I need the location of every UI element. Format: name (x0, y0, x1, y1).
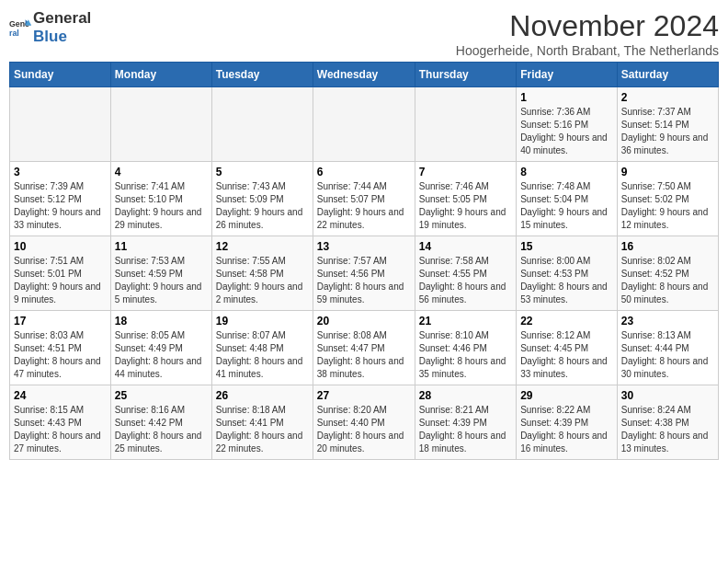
day-number: 14 (419, 240, 512, 253)
day-number: 23 (621, 315, 714, 327)
calendar-cell: 4Sunrise: 7:41 AM Sunset: 5:10 PM Daylig… (110, 162, 211, 236)
day-info: Sunrise: 7:37 AM Sunset: 5:14 PM Dayligh… (621, 106, 714, 157)
day-number: 10 (14, 240, 107, 253)
day-info: Sunrise: 7:48 AM Sunset: 5:04 PM Dayligh… (520, 180, 613, 232)
month-title: November 2024 (456, 9, 719, 43)
day-header-friday: Friday (517, 63, 618, 87)
calendar-cell: 26Sunrise: 8:18 AM Sunset: 4:41 PM Dayli… (211, 385, 313, 460)
day-info: Sunrise: 8:10 AM Sunset: 4:46 PM Dayligh… (419, 329, 512, 381)
day-header-thursday: Thursday (415, 63, 516, 87)
calendar-cell: 29Sunrise: 8:22 AM Sunset: 4:39 PM Dayli… (517, 385, 618, 460)
calendar-cell (313, 87, 415, 162)
calendar-cell: 22Sunrise: 8:12 AM Sunset: 4:45 PM Dayli… (517, 311, 618, 385)
day-info: Sunrise: 7:43 AM Sunset: 5:09 PM Dayligh… (216, 180, 309, 232)
calendar-cell: 1Sunrise: 7:36 AM Sunset: 5:16 PM Daylig… (517, 87, 618, 162)
day-number: 3 (14, 166, 107, 178)
day-number: 18 (115, 315, 208, 327)
day-info: Sunrise: 7:58 AM Sunset: 4:55 PM Dayligh… (419, 255, 512, 306)
day-info: Sunrise: 8:24 AM Sunset: 4:38 PM Dayligh… (621, 404, 714, 455)
calendar-cell: 13Sunrise: 7:57 AM Sunset: 4:56 PM Dayli… (313, 236, 415, 311)
calendar-cell: 30Sunrise: 8:24 AM Sunset: 4:38 PM Dayli… (617, 385, 718, 460)
day-info: Sunrise: 8:16 AM Sunset: 4:42 PM Dayligh… (115, 404, 208, 455)
calendar-cell: 2Sunrise: 7:37 AM Sunset: 5:14 PM Daylig… (617, 87, 718, 162)
day-info: Sunrise: 7:46 AM Sunset: 5:05 PM Dayligh… (419, 180, 512, 232)
day-number: 26 (216, 389, 309, 402)
calendar-cell: 12Sunrise: 7:55 AM Sunset: 4:58 PM Dayli… (211, 236, 313, 311)
day-number: 19 (216, 315, 309, 327)
day-number: 15 (520, 240, 613, 253)
day-info: Sunrise: 7:50 AM Sunset: 5:02 PM Dayligh… (621, 180, 714, 232)
calendar-cell: 15Sunrise: 8:00 AM Sunset: 4:53 PM Dayli… (517, 236, 618, 311)
calendar-cell: 23Sunrise: 8:13 AM Sunset: 4:44 PM Dayli… (617, 311, 718, 385)
calendar-cell: 19Sunrise: 8:07 AM Sunset: 4:48 PM Dayli… (211, 311, 313, 385)
calendar-cell: 20Sunrise: 8:08 AM Sunset: 4:47 PM Dayli… (313, 311, 415, 385)
day-info: Sunrise: 7:41 AM Sunset: 5:10 PM Dayligh… (115, 180, 208, 232)
day-info: Sunrise: 8:00 AM Sunset: 4:53 PM Dayligh… (520, 255, 613, 306)
calendar-cell: 21Sunrise: 8:10 AM Sunset: 4:46 PM Dayli… (415, 311, 516, 385)
day-info: Sunrise: 8:02 AM Sunset: 4:52 PM Dayligh… (621, 255, 714, 306)
calendar-cell (110, 87, 211, 162)
day-info: Sunrise: 7:53 AM Sunset: 4:59 PM Dayligh… (115, 255, 208, 306)
day-info: Sunrise: 7:51 AM Sunset: 5:01 PM Dayligh… (14, 255, 107, 306)
day-info: Sunrise: 7:55 AM Sunset: 4:58 PM Dayligh… (216, 255, 309, 306)
calendar-cell: 24Sunrise: 8:15 AM Sunset: 4:43 PM Dayli… (10, 385, 111, 460)
logo: Gene ral General Blue (9, 9, 91, 46)
day-info: Sunrise: 7:36 AM Sunset: 5:16 PM Dayligh… (520, 106, 613, 157)
calendar-cell: 6Sunrise: 7:44 AM Sunset: 5:07 PM Daylig… (313, 162, 415, 236)
calendar-cell: 16Sunrise: 8:02 AM Sunset: 4:52 PM Dayli… (617, 236, 718, 311)
day-number: 22 (520, 315, 613, 327)
day-header-tuesday: Tuesday (211, 63, 313, 87)
day-header-monday: Monday (110, 63, 211, 87)
logo-general: General (33, 9, 91, 27)
day-number: 13 (317, 240, 411, 253)
day-info: Sunrise: 7:57 AM Sunset: 4:56 PM Dayligh… (317, 255, 411, 306)
day-number: 21 (419, 315, 512, 327)
day-number: 2 (621, 91, 714, 104)
calendar-cell (10, 87, 111, 162)
calendar-cell: 11Sunrise: 7:53 AM Sunset: 4:59 PM Dayli… (110, 236, 211, 311)
calendar-cell: 25Sunrise: 8:16 AM Sunset: 4:42 PM Dayli… (110, 385, 211, 460)
day-number: 12 (216, 240, 309, 253)
calendar-cell: 18Sunrise: 8:05 AM Sunset: 4:49 PM Dayli… (110, 311, 211, 385)
day-info: Sunrise: 8:07 AM Sunset: 4:48 PM Dayligh… (216, 329, 309, 381)
day-info: Sunrise: 8:05 AM Sunset: 4:49 PM Dayligh… (115, 329, 208, 381)
subtitle: Hoogerheide, North Brabant, The Netherla… (456, 43, 719, 58)
svg-text:ral: ral (9, 29, 19, 38)
calendar-cell: 27Sunrise: 8:20 AM Sunset: 4:40 PM Dayli… (313, 385, 415, 460)
day-header-saturday: Saturday (617, 63, 718, 87)
day-info: Sunrise: 8:15 AM Sunset: 4:43 PM Dayligh… (14, 404, 107, 455)
day-number: 29 (520, 389, 613, 402)
day-number: 30 (621, 389, 714, 402)
day-number: 8 (520, 166, 613, 178)
day-number: 27 (317, 389, 411, 402)
day-number: 24 (14, 389, 107, 402)
day-number: 11 (115, 240, 208, 253)
day-info: Sunrise: 8:03 AM Sunset: 4:51 PM Dayligh… (14, 329, 107, 381)
day-header-sunday: Sunday (10, 63, 111, 87)
calendar-cell: 10Sunrise: 7:51 AM Sunset: 5:01 PM Dayli… (10, 236, 111, 311)
day-info: Sunrise: 7:44 AM Sunset: 5:07 PM Dayligh… (317, 180, 411, 232)
calendar-cell (211, 87, 313, 162)
day-info: Sunrise: 7:39 AM Sunset: 5:12 PM Dayligh… (14, 180, 107, 232)
day-info: Sunrise: 8:08 AM Sunset: 4:47 PM Dayligh… (317, 329, 411, 381)
logo-blue: Blue (33, 28, 67, 45)
day-info: Sunrise: 8:20 AM Sunset: 4:40 PM Dayligh… (317, 404, 411, 455)
calendar: SundayMondayTuesdayWednesdayThursdayFrid… (9, 62, 719, 460)
day-number: 16 (621, 240, 714, 253)
day-info: Sunrise: 8:13 AM Sunset: 4:44 PM Dayligh… (621, 329, 714, 381)
day-info: Sunrise: 8:18 AM Sunset: 4:41 PM Dayligh… (216, 404, 309, 455)
calendar-cell: 9Sunrise: 7:50 AM Sunset: 5:02 PM Daylig… (617, 162, 718, 236)
day-number: 7 (419, 166, 512, 178)
day-number: 20 (317, 315, 411, 327)
day-number: 1 (520, 91, 613, 104)
day-info: Sunrise: 8:22 AM Sunset: 4:39 PM Dayligh… (520, 404, 613, 455)
calendar-cell: 17Sunrise: 8:03 AM Sunset: 4:51 PM Dayli… (10, 311, 111, 385)
day-number: 28 (419, 389, 512, 402)
day-info: Sunrise: 8:21 AM Sunset: 4:39 PM Dayligh… (419, 404, 512, 455)
day-number: 5 (216, 166, 309, 178)
calendar-cell: 28Sunrise: 8:21 AM Sunset: 4:39 PM Dayli… (415, 385, 516, 460)
calendar-cell (415, 87, 516, 162)
calendar-cell: 5Sunrise: 7:43 AM Sunset: 5:09 PM Daylig… (211, 162, 313, 236)
day-header-wednesday: Wednesday (313, 63, 415, 87)
calendar-cell: 7Sunrise: 7:46 AM Sunset: 5:05 PM Daylig… (415, 162, 516, 236)
